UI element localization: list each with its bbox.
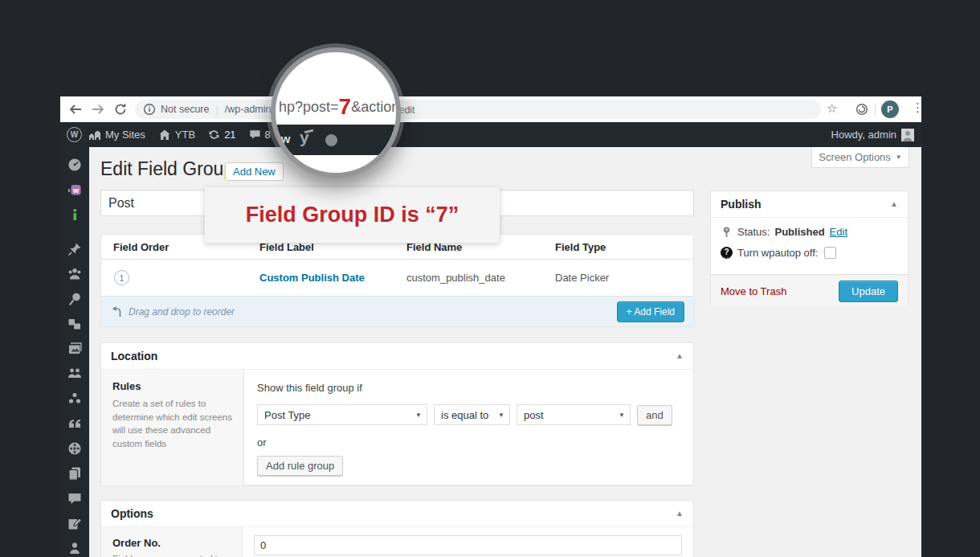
forward-icon[interactable]: [91, 102, 105, 117]
wp-admin-sidebar: w: [60, 147, 89, 557]
user-avatar-icon[interactable]: [901, 129, 914, 141]
order-no-input[interactable]: [254, 535, 682, 555]
fields-table-footer: Drag and drop to reorder + Add Field: [101, 297, 693, 326]
browser-window: Not secure | /wp-admin/p edit ☆ P ⋮ W My…: [60, 96, 921, 557]
add-new-button[interactable]: Add New: [225, 162, 284, 181]
sidebar-community-icon[interactable]: [67, 367, 82, 381]
screenshot-stage: Not secure | /wp-admin/p edit ☆ P ⋮ W My…: [0, 0, 980, 557]
sidebar-pin-icon[interactable]: [67, 242, 82, 256]
url-text-suffix: edit: [399, 104, 414, 116]
not-secure-label: Not secure: [161, 104, 209, 115]
collapse-icon[interactable]: ▲: [676, 343, 684, 369]
home-icon: [158, 129, 171, 141]
status-edit-link[interactable]: Edit: [830, 226, 847, 238]
add-rule-group-button[interactable]: Add rule group: [257, 456, 343, 476]
publish-actions: Move to Trash Update: [711, 274, 908, 307]
location-title: Location: [111, 350, 157, 362]
location-panel-header[interactable]: Location ▲: [101, 343, 693, 370]
browser-menu-icon[interactable]: ⋮: [912, 100, 924, 115]
back-icon[interactable]: [68, 102, 83, 117]
location-rules-sidebar: Rules Create a set of rules to determine…: [101, 370, 244, 485]
show-if-label: Show this field group if: [257, 382, 680, 394]
help-icon[interactable]: ?: [721, 247, 733, 259]
options-label-sidebar: Order No. Field groups are created in: [101, 527, 243, 557]
wpautop-label: Turn wpautop off:: [737, 247, 818, 259]
publish-panel-header[interactable]: Publish ▲: [711, 191, 908, 218]
or-label: or: [257, 436, 680, 448]
field-group-id-callout: Field Group ID is “7”: [205, 187, 500, 243]
move-to-trash-link[interactable]: Move to Trash: [721, 285, 786, 297]
status-value: Published: [774, 226, 824, 238]
sidebar-media-icon[interactable]: [67, 342, 82, 356]
rule-value-select[interactable]: post ▼: [517, 404, 631, 425]
collapse-icon[interactable]: ▲: [890, 191, 898, 217]
order-no-description: Field groups are created in: [112, 554, 231, 557]
comments-bubble-icon: [249, 129, 261, 141]
update-button[interactable]: Update: [839, 281, 898, 302]
rule-param-value: Post Type: [264, 409, 311, 421]
location-rules-editor: Show this field group if Post Type ▼ is …: [244, 370, 693, 485]
sidebar-edit-page-icon[interactable]: [67, 516, 82, 530]
sidebar-users-icon[interactable]: [67, 267, 82, 281]
wpautop-checkbox[interactable]: [824, 247, 836, 259]
admin-bar-my-sites[interactable]: My Sites: [82, 122, 152, 147]
reorder-hint: Drag and drop to reorder: [129, 306, 235, 317]
magnified-url: hp?post=7&action=: [279, 94, 401, 120]
field-label-link[interactable]: Custom Publish Date: [259, 272, 406, 284]
sidebar-info-icon[interactable]: [67, 207, 82, 222]
admin-bar-updates[interactable]: 21: [202, 122, 242, 147]
rule-param-select[interactable]: Post Type ▼: [257, 404, 427, 425]
options-panel-header[interactable]: Options ▲: [101, 501, 693, 527]
wordpress-logo-icon[interactable]: W: [67, 127, 82, 142]
select-caret-icon: ▼: [619, 412, 625, 419]
howdy-label[interactable]: Howdy, admin: [831, 129, 896, 141]
options-title: Options: [111, 507, 153, 520]
sidebar-plugin-w-icon[interactable]: w: [67, 182, 82, 197]
info-icon[interactable]: [143, 103, 156, 116]
sidebar-comments-icon[interactable]: [67, 491, 82, 506]
select-caret-icon: ▼: [415, 412, 422, 419]
publish-panel: Publish ▲ Status: Published Edit ? Turn …: [710, 190, 909, 304]
sidebar-blocks-icon[interactable]: [67, 317, 82, 331]
field-type-value: Date Picker: [555, 272, 693, 284]
rule-operator-value: is equal to: [441, 409, 488, 421]
magnified-post-id: 7: [339, 94, 352, 119]
gray-dot-icon: [325, 134, 337, 146]
screen-options-tab[interactable]: Screen Options ▼: [811, 147, 909, 168]
browser-profile-avatar[interactable]: P: [881, 100, 899, 118]
sidebar-dashboard-icon[interactable]: [67, 158, 82, 172]
url-separator: |: [215, 104, 218, 116]
reorder-arrow-icon: [110, 305, 123, 318]
extension-icon[interactable]: [855, 103, 868, 116]
field-row[interactable]: 1 Custom Publish Date custom_publish_dat…: [101, 260, 693, 297]
magnified-url-post: &action=: [351, 99, 401, 115]
sidebar-clusters-icon[interactable]: [67, 391, 82, 406]
bookmark-star-icon[interactable]: ☆: [827, 101, 837, 116]
status-pin-icon: [721, 226, 733, 238]
sidebar-video-icon[interactable]: [67, 441, 82, 456]
collapse-icon[interactable]: ▲: [676, 501, 684, 526]
sidebar-profile-icon[interactable]: [67, 541, 82, 555]
and-button[interactable]: and: [637, 405, 672, 425]
callout-text: Field Group ID is “7”: [246, 203, 459, 227]
address-bar[interactable]: Not secure | /wp-admin/p edit: [135, 100, 821, 119]
refresh-icon[interactable]: [113, 102, 128, 117]
field-name-value: custom_publish_date: [406, 272, 555, 284]
browser-toolbar: Not secure | /wp-admin/p edit ☆ P ⋮: [60, 96, 921, 122]
publish-title: Publish: [721, 198, 762, 211]
field-order-badge[interactable]: 1: [114, 270, 129, 285]
svg-text:w: w: [72, 186, 80, 195]
rules-title: Rules: [112, 380, 232, 392]
site-name-label: YTB: [175, 129, 195, 141]
page-title: Edit Field Group: [100, 158, 234, 180]
magnified-url-pre: hp?post=: [279, 99, 339, 115]
add-field-button[interactable]: + Add Field: [617, 301, 684, 322]
admin-bar-site[interactable]: YTB: [152, 122, 202, 147]
sidebar-megaphone-icon[interactable]: [67, 292, 82, 306]
rule-operator-select[interactable]: is equal to ▼: [434, 404, 510, 425]
sidebar-quotes-icon[interactable]: [67, 416, 82, 431]
magnified-admin-bar: +w y: [271, 125, 401, 155]
yoast-icon: y: [300, 128, 309, 147]
toolbar-divider: [875, 103, 876, 116]
sidebar-pages-icon[interactable]: [67, 466, 82, 481]
